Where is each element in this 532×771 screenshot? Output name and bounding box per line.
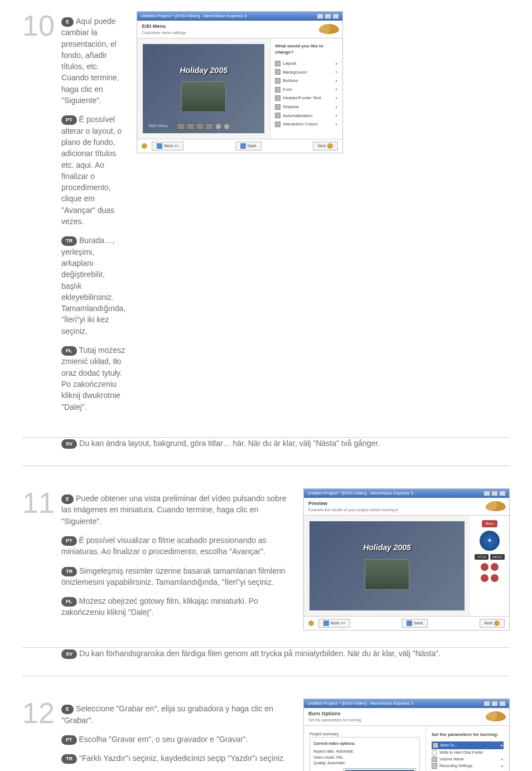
- step-number: 12: [22, 699, 61, 771]
- minimize-icon[interactable]: [483, 701, 490, 706]
- close-icon[interactable]: [332, 13, 339, 19]
- toolbar-btn-4[interactable]: [206, 123, 214, 130]
- nero-logo-icon: [319, 24, 339, 34]
- more-icon: [323, 620, 329, 626]
- more-button[interactable]: More >>: [152, 142, 183, 151]
- window-title: Untitled Project * [DVD-Video] - NeroVis…: [307, 490, 413, 497]
- toolbar-btn-2[interactable]: [187, 123, 195, 130]
- window-titlebar: Untitled Project * [DVD-Video] - NeroVis…: [304, 699, 509, 708]
- step-10-screenshot: Untitled Project * [DVD-Video] - NeroVis…: [137, 11, 343, 420]
- remote-dpad[interactable]: ◉: [480, 531, 500, 551]
- text-tr: Burada…, yerleşimi, arkaplanı değiştireb…: [61, 236, 125, 335]
- lang-pill-e: E: [61, 705, 74, 714]
- video-thumbnail[interactable]: [365, 559, 409, 590]
- window-footer: More >> Save Next: [304, 616, 509, 630]
- chevron-right-icon: ▸: [336, 113, 338, 118]
- panel-header: Preview Examine the results of your proj…: [304, 498, 509, 516]
- text-pt: É possível visualizar o filme acabado pr…: [61, 536, 267, 556]
- burn-params-title: Set the parameters for burning:: [432, 731, 504, 738]
- save-button[interactable]: Save: [235, 142, 262, 151]
- panel-subtitle: Customize menu settings.: [142, 30, 338, 36]
- buttons-icon: [275, 78, 280, 84]
- font-icon: [275, 87, 280, 93]
- video-thumbnail[interactable]: [181, 81, 226, 112]
- next-icon: [494, 620, 500, 626]
- chevron-left-icon: ◂: [500, 743, 502, 748]
- side-item-shadow[interactable]: Shadow▸: [275, 103, 338, 111]
- text-e: Puede obtener una vista preliminar del v…: [61, 494, 286, 526]
- maximize-icon[interactable]: [325, 13, 331, 19]
- chevron-right-icon: ▸: [336, 69, 338, 75]
- remote-menu-button[interactable]: Menu: [482, 520, 497, 527]
- recording-settings-option[interactable]: Recording Settings▸: [432, 763, 504, 769]
- maximize-icon[interactable]: [491, 491, 498, 496]
- toolbar-btn-3[interactable]: [196, 123, 204, 130]
- remote-stop-button[interactable]: [491, 563, 499, 571]
- lang-pill-e: E: [61, 494, 74, 504]
- project-summary-label: Project summary: [309, 731, 420, 737]
- step-text-column: EAquí puede cambiar la presentación, el …: [61, 11, 137, 420]
- help-icon[interactable]: [308, 620, 314, 626]
- text-tr: Simgeleşmiş resimler üzerine basarak tam…: [61, 566, 286, 586]
- settings-icon: [432, 763, 437, 769]
- side-item-background[interactable]: Background▸: [275, 68, 338, 77]
- lang-pill-e: E: [61, 17, 74, 27]
- text-sv: Du kan ändra layout, bakgrund, göra titl…: [79, 439, 380, 448]
- step-12: 12 ESeleccione "Grabar en", elija su gra…: [22, 699, 510, 771]
- remote-menu2-button[interactable]: MENU: [490, 554, 505, 560]
- side-item-layout[interactable]: Layout▸: [275, 59, 338, 68]
- menu-title-text: Holiday 2005: [180, 65, 228, 76]
- panel-header: Burn Options Set the parameters for burn…: [304, 708, 509, 726]
- burn-to-option[interactable]: Burn To...◂: [432, 741, 504, 749]
- remote-next-button[interactable]: [491, 574, 499, 582]
- close-icon[interactable]: [499, 701, 506, 706]
- chevron-right-icon: ▸: [501, 757, 504, 762]
- panel-title: Burn Options: [308, 710, 505, 717]
- window-footer: More >> Save Next: [137, 139, 342, 153]
- side-item-interaction[interactable]: Interaction Colors▸: [275, 120, 338, 129]
- more-button[interactable]: More >>: [318, 619, 350, 628]
- close-icon[interactable]: [499, 491, 506, 496]
- more-icon: [157, 143, 162, 149]
- step-11: 11 EPuede obtener una vista preliminar d…: [22, 488, 510, 648]
- step-12-screenshot: Untitled Project * [DVD-Video] - NeroVis…: [303, 699, 510, 771]
- text-pt: É possível alterar o layout, o plano de …: [61, 115, 122, 226]
- save-button[interactable]: Save: [402, 619, 428, 628]
- write-hd-option[interactable]: Write to Hard Disk Folder: [432, 749, 504, 756]
- volume-name-option[interactable]: Volume Name▸: [432, 756, 504, 763]
- chevron-right-icon: ▸: [336, 122, 338, 127]
- side-item-automatization[interactable]: Automatization▸: [275, 111, 338, 120]
- toolbar-btn-1[interactable]: [177, 123, 185, 130]
- remote-play-button[interactable]: [481, 563, 489, 571]
- step-number: 11: [22, 488, 61, 631]
- video-mode-value: Video mode: PAL: [313, 755, 416, 760]
- text-sv: Du kan förhandsgranska den färdiga filen…: [79, 649, 441, 658]
- side-panel-title: What would you like to change?: [275, 43, 338, 56]
- remote-title-button[interactable]: TITLE: [475, 554, 488, 560]
- remote-prev-button[interactable]: [481, 574, 489, 582]
- panel-subtitle: Set the parameters for burning.: [308, 717, 505, 723]
- side-item-buttons[interactable]: Buttons▸: [275, 76, 338, 85]
- recorder-device-list[interactable]: PHILIPS DVDR1640P Image Recorder: [344, 768, 416, 771]
- side-item-headerfooter[interactable]: Header/Footer Text▸: [275, 94, 338, 103]
- maximize-icon[interactable]: [491, 701, 498, 706]
- headerfooter-icon: [275, 95, 280, 101]
- interaction-icon: [275, 122, 280, 127]
- lang-pill-pl: PL: [61, 597, 77, 607]
- panel-header: Edit Menu Customize menu settings.: [137, 21, 342, 38]
- window-titlebar: Untitled Project * [DVD-Video] - NeroVis…: [304, 489, 509, 498]
- next-button[interactable]: Next: [480, 619, 505, 628]
- aspect-ratio-value: Aspect ratio: Automatic: [313, 749, 416, 754]
- nerovision-window: Untitled Project * [DVD-Video] - NeroVis…: [303, 699, 510, 771]
- lang-pill-pl: PL: [61, 346, 77, 356]
- side-item-font[interactable]: Font▸: [275, 85, 338, 94]
- minimize-icon[interactable]: [317, 13, 323, 19]
- radio-icon: [432, 750, 437, 755]
- toolbar-btn-6[interactable]: [224, 123, 230, 130]
- window-title: Untitled Project * [DVD-Video] - NeroVis…: [307, 700, 413, 707]
- help-icon[interactable]: [142, 143, 147, 149]
- background-icon: [275, 69, 280, 75]
- next-button[interactable]: Next: [313, 142, 338, 151]
- minimize-icon[interactable]: [483, 491, 490, 496]
- toolbar-btn-5[interactable]: [215, 123, 222, 130]
